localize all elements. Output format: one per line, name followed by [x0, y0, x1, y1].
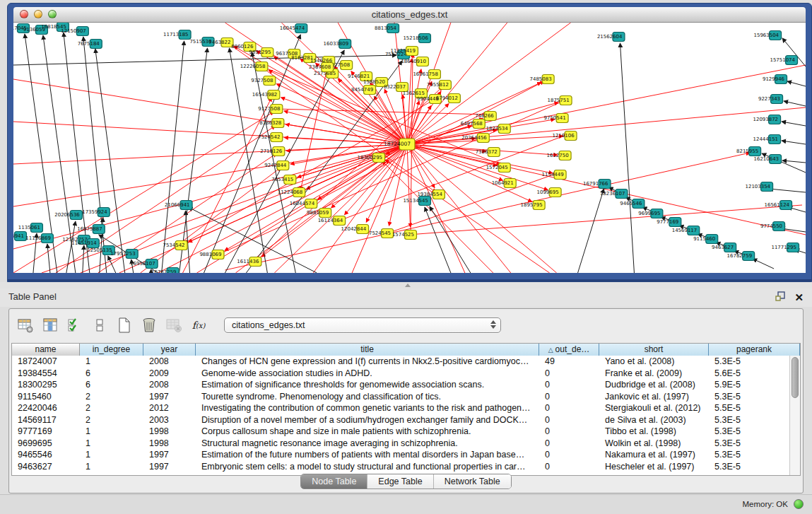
- scrollbar-thumb[interactable]: [792, 357, 799, 398]
- table-panel-body: f(x) citations_edges.txt namein_degreeye…: [8, 308, 804, 493]
- graph-node-label: 18300295: [358, 155, 383, 160]
- column-header-name[interactable]: name: [12, 344, 80, 356]
- memory-status-label: Memory: OK: [742, 500, 788, 508]
- create-column-icon[interactable]: [115, 316, 134, 334]
- graph-node-label: 1875751: [548, 98, 570, 103]
- table-cell: 5.3E-5: [709, 356, 789, 368]
- show-columns-icon[interactable]: [41, 316, 59, 334]
- table-scrollbar[interactable]: [789, 356, 800, 475]
- graph-node-label: 1574525: [392, 232, 414, 238]
- table-panel-header: Table Panel ✕: [0, 288, 812, 307]
- table-cell: 18300295: [12, 379, 80, 391]
- graph-node-label: 12042844: [341, 226, 367, 232]
- table-cell: Disruption of a novel member of a sodium…: [196, 414, 539, 426]
- table-row[interactable]: 1456911722003Disruption of a novel membe…: [12, 414, 789, 426]
- select-rows-icon[interactable]: [66, 316, 84, 334]
- application-window: citations_edges.txt 18724007123170459136…: [0, 0, 812, 514]
- combo-stepper-icon: [490, 320, 496, 329]
- table-cell: 1: [80, 426, 143, 438]
- delete-column-icon[interactable]: [140, 316, 158, 334]
- graph-node-label: 2367608: [309, 64, 331, 70]
- graph-node-label: 1588520: [363, 79, 385, 85]
- panel-splitter[interactable]: [0, 282, 812, 288]
- graph-node-label: 18724007: [384, 141, 411, 147]
- table-cell: 2: [80, 414, 143, 426]
- table-cell: Franke et al. (2009): [599, 368, 709, 380]
- table-row[interactable]: 946554611997Estimation of the future num…: [12, 449, 789, 461]
- table-cell: 18724007: [12, 356, 80, 368]
- column-header-year[interactable]: year: [143, 344, 196, 356]
- table-row[interactable]: 1830029562008Estimation of significance …: [12, 379, 789, 391]
- graph-node-label: 7386372: [476, 149, 498, 155]
- table-cell: 5.3E-5: [709, 414, 789, 426]
- graph-node-label: 1612750: [547, 153, 569, 158]
- graph-node-label: 6794012: [436, 95, 458, 101]
- table-selector[interactable]: citations_edges.txt: [224, 317, 501, 333]
- table-cell: 5.9E-5: [709, 379, 789, 391]
- column-header-pagerank[interactable]: pagerank: [709, 344, 800, 356]
- table-cell: 1: [80, 438, 143, 450]
- network-view-window: citations_edges.txt 18724007123170459136…: [7, 3, 812, 282]
- float-panel-icon[interactable]: [775, 291, 786, 305]
- table-cell: 9699695: [12, 438, 80, 450]
- delete-table-icon[interactable]: [165, 316, 183, 334]
- close-window-button[interactable]: [20, 10, 28, 18]
- table-cell: 22420046: [12, 402, 80, 414]
- table-cell: 5.3E-5: [709, 426, 789, 438]
- table-cell: 1: [80, 356, 143, 368]
- graph-node-label: 16044574: [290, 201, 315, 206]
- graph-node-label: 12093872: [753, 117, 779, 122]
- column-header-out_de[interactable]: △out_de…: [539, 344, 599, 356]
- graph-node-label: 9127508: [258, 106, 280, 112]
- table-cell: 2012: [143, 402, 196, 414]
- zoom-window-button[interactable]: [48, 10, 57, 18]
- graph-node-label: 16543982: [252, 92, 278, 98]
- graph-node-label: 20364456: [461, 135, 487, 141]
- table-row[interactable]: 946362711997Embryonic stem cells: a mode…: [12, 461, 789, 473]
- graph-node-label: 11771295: [771, 245, 796, 250]
- tab-network-table[interactable]: Network Table: [433, 474, 511, 489]
- table-cell: Stergiakouli et al. (2012): [599, 402, 709, 414]
- graph-node-label: 12226058: [240, 64, 266, 69]
- table-cell: 9463627: [12, 461, 80, 473]
- network-canvas[interactable]: 1872400712317045913605916818545121509077…: [13, 23, 806, 273]
- row-height-icon[interactable]: [90, 316, 109, 334]
- graph-node-label: 11713185: [163, 32, 189, 37]
- tab-node-table[interactable]: Node Table: [301, 474, 367, 489]
- table-row[interactable]: 911546021997Tourette syndrome. Phenomeno…: [12, 391, 789, 403]
- table-cell: 2: [80, 391, 143, 403]
- minimize-window-button[interactable]: [34, 10, 42, 18]
- graph-node-label: 14569117: [672, 228, 698, 233]
- table-cell: 0: [539, 368, 599, 380]
- close-panel-icon[interactable]: ✕: [794, 291, 804, 304]
- column-header-in_degree[interactable]: in_degree: [80, 344, 143, 356]
- table-cell: 0: [539, 426, 599, 438]
- table-cell: 1: [80, 449, 143, 461]
- column-header-short[interactable]: short: [599, 344, 709, 356]
- function-builder-icon[interactable]: f(x): [189, 316, 208, 334]
- graph-node-label: 2718126: [260, 148, 282, 154]
- network-window-titlebar[interactable]: citations_edges.txt: [13, 7, 806, 23]
- graph-node-label: 12505135: [87, 247, 112, 253]
- graph-node-label: 16791766: [583, 181, 608, 187]
- table-cell: 19384554: [12, 368, 80, 380]
- graph-node-label: 20206536: [54, 212, 80, 218]
- table-row[interactable]: 969969511998Structural magnetic resonanc…: [12, 438, 789, 450]
- tab-edge-table[interactable]: Edge Table: [367, 474, 433, 489]
- table-cell: 5.3E-5: [709, 391, 789, 403]
- table-row[interactable]: 2242004622012Investigating the contribut…: [12, 402, 789, 414]
- network-window-title: citations_edges.txt: [13, 7, 806, 22]
- graph-node-label: 7524542: [258, 134, 280, 140]
- table-row[interactable]: 977716911998Corpus callosum shape and si…: [12, 426, 789, 438]
- graph-node-label: 8322037: [384, 84, 406, 90]
- table-row[interactable]: 1872400712008Changes of HCN gene express…: [12, 356, 789, 368]
- graph-node-label: 7675184: [78, 41, 100, 47]
- graph-node-label: 7955812: [427, 82, 449, 88]
- table-cell: 1997: [143, 449, 196, 461]
- graph-node-label: 1572045: [486, 165, 508, 170]
- table-cell: 14569117: [12, 414, 80, 426]
- table-cell: Hescheler et al. (1997): [599, 461, 709, 473]
- table-row[interactable]: 1938455462009Genome-wide association stu…: [12, 368, 789, 380]
- column-header-title[interactable]: title: [196, 344, 539, 356]
- table-mode-icon[interactable]: [16, 316, 35, 334]
